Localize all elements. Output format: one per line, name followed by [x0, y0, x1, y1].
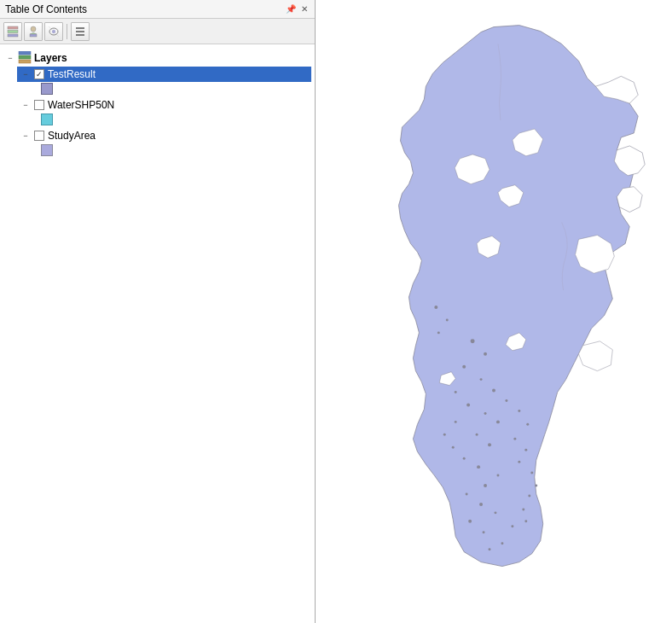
water-shp50n-expand-btn[interactable]: −: [20, 100, 31, 110]
dot-12: [463, 457, 466, 460]
dot-6: [455, 391, 457, 393]
study-area-item: − StudyArea: [17, 128, 311, 156]
water-shp50n-symbol: [41, 114, 311, 125]
layers-label: Layers: [34, 52, 67, 64]
pin-icon[interactable]: 📌: [284, 3, 298, 15]
dot-23: [452, 446, 455, 449]
svg-rect-1: [8, 30, 18, 32]
svg-rect-0: [8, 26, 18, 29]
water-shp50n-row[interactable]: − WaterSHP50N: [17, 97, 311, 113]
water-shp50n-item: − WaterSHP50N: [17, 97, 311, 125]
dot-29: [518, 461, 520, 463]
dot-31: [434, 306, 437, 309]
toc-content: − Layers − TestResult: [0, 44, 315, 623]
dot-30: [530, 472, 533, 475]
dot-37: [501, 542, 503, 544]
list-by-drawing-order-btn[interactable]: [3, 22, 22, 41]
main-map-shape: [399, 26, 639, 567]
toc-header-icons: 📌 ✕: [284, 3, 310, 15]
svg-point-3: [31, 26, 36, 32]
dot-34: [535, 485, 537, 487]
toc-title: Table Of Contents: [5, 3, 87, 15]
study-area-checkbox[interactable]: [34, 131, 44, 141]
layers-expand-btn[interactable]: −: [5, 53, 15, 63]
main-container: Table Of Contents 📌 ✕: [0, 0, 672, 623]
dot-21: [455, 421, 457, 423]
dot-20: [483, 531, 485, 533]
water-shp50n-name: WaterSHP50N: [48, 99, 114, 111]
test-result-name: TestResult: [48, 68, 96, 80]
toc-toolbar: [0, 19, 315, 44]
dot-3: [462, 365, 466, 369]
map-svg: [316, 0, 672, 623]
list-by-source-btn[interactable]: [24, 22, 43, 41]
dot-33: [437, 331, 440, 334]
dot-16: [466, 492, 468, 495]
test-result-symbol: [41, 83, 311, 95]
study-area-symbol: [41, 144, 311, 156]
dot-28: [524, 449, 527, 451]
svg-rect-4: [30, 34, 37, 37]
toolbar-separator: [67, 24, 67, 39]
dot-7: [466, 403, 470, 406]
dot-24: [505, 399, 507, 402]
dot-14: [496, 475, 499, 477]
svg-rect-11: [19, 60, 31, 63]
map-shape-group: [399, 26, 646, 567]
dot-11: [488, 443, 491, 446]
study-area-name: StudyArea: [48, 130, 96, 142]
dot-25: [518, 410, 520, 412]
toc-panel: Table Of Contents 📌 ✕: [0, 0, 316, 623]
dot-2: [484, 352, 487, 356]
dot-18: [494, 511, 496, 514]
layers-stack-icon: [17, 51, 32, 65]
dot-17: [479, 503, 483, 506]
dot-35: [528, 494, 530, 497]
dot-1: [471, 339, 475, 343]
dot-40: [524, 520, 527, 522]
dot-4: [480, 378, 483, 381]
layers-group-row[interactable]: − Layers: [3, 49, 311, 67]
toc-header: Table Of Contents 📌 ✕: [0, 0, 315, 19]
dot-8: [484, 412, 487, 415]
test-result-checkbox[interactable]: [34, 69, 44, 79]
dot-32: [446, 318, 449, 321]
cutout-right-2: [579, 341, 613, 371]
dot-38: [489, 548, 491, 550]
dot-9: [496, 420, 500, 423]
study-area-symbol-rect: [41, 144, 53, 156]
dot-15: [484, 484, 487, 487]
options-btn[interactable]: [71, 22, 90, 41]
study-area-expand-btn[interactable]: −: [20, 131, 31, 141]
test-result-symbol-rect: [41, 83, 53, 95]
dot-5: [492, 389, 495, 393]
study-area-row[interactable]: − StudyArea: [17, 128, 311, 143]
test-result-item: − TestResult: [17, 67, 311, 95]
dot-27: [513, 438, 516, 440]
close-icon[interactable]: ✕: [299, 3, 310, 15]
dot-39: [511, 525, 513, 527]
svg-rect-2: [8, 34, 18, 37]
map-panel[interactable]: [316, 0, 672, 623]
water-shp50n-checkbox[interactable]: [34, 100, 44, 110]
water-shp50n-symbol-rect: [41, 114, 53, 125]
dot-10: [476, 434, 478, 436]
dot-26: [526, 423, 529, 426]
dot-22: [443, 434, 446, 436]
svg-rect-13: [19, 51, 31, 55]
svg-rect-12: [19, 55, 31, 59]
test-result-expand-btn[interactable]: −: [20, 69, 31, 79]
dot-13: [477, 465, 480, 469]
dot-36: [522, 508, 524, 510]
layers-section: − Layers − TestResult: [0, 48, 315, 160]
list-by-visibility-btn[interactable]: [44, 22, 63, 41]
dot-19: [468, 520, 472, 523]
test-result-row[interactable]: − TestResult: [17, 67, 311, 82]
